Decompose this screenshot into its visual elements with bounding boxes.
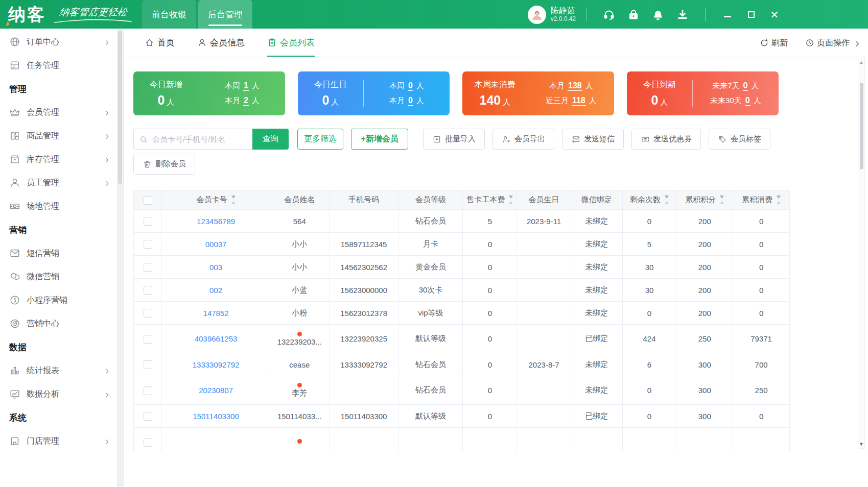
- sidebar-item[interactable]: 员工管理: [0, 171, 118, 194]
- member-card-no-link[interactable]: 4039661253: [195, 334, 237, 343]
- column-header-spent: 累积消费: [733, 190, 790, 210]
- stat-line[interactable]: 本周0人: [389, 79, 424, 93]
- row-checkbox[interactable]: [144, 309, 152, 318]
- stat-line[interactable]: 本月2人: [225, 93, 260, 108]
- stat-line[interactable]: 未来7天0人: [712, 79, 759, 93]
- support-icon[interactable]: [603, 9, 615, 21]
- 发送优惠券-button[interactable]: 发送优惠券: [631, 129, 701, 150]
- user-icon: [197, 38, 207, 47]
- row-checkbox[interactable]: [144, 240, 152, 249]
- sidebar-item[interactable]: 营销中心: [0, 312, 118, 335]
- import-icon: [432, 135, 441, 144]
- sidebar-item[interactable]: 任务管理: [0, 54, 118, 77]
- row-checkbox[interactable]: [144, 217, 152, 226]
- 删除会员-button[interactable]: 删除会员: [133, 154, 195, 175]
- add-member-button[interactable]: +新增会员: [351, 129, 408, 150]
- avatar[interactable]: [528, 6, 546, 24]
- divider: [586, 8, 587, 21]
- wechat-icon: [9, 271, 20, 282]
- sort-arrows[interactable]: [777, 196, 781, 204]
- sidebar-item[interactable]: 短信营销: [0, 241, 118, 265]
- sidebar-item[interactable]: 小程序营销: [0, 288, 118, 312]
- scroll-up-arrow[interactable]: ▲: [858, 60, 864, 65]
- search-input[interactable]: [134, 129, 252, 149]
- close-button[interactable]: ✕: [769, 10, 780, 20]
- stat-value: 140人: [479, 93, 510, 108]
- refresh-button[interactable]: 刷新: [760, 38, 788, 48]
- cell-fee: 0: [463, 376, 517, 405]
- more-filter-button[interactable]: 更多筛选: [297, 129, 343, 150]
- member-card-no-link[interactable]: 20230807: [199, 386, 233, 395]
- 会员标签-button[interactable]: 会员标签: [709, 129, 770, 150]
- cell-points: 200: [676, 210, 733, 233]
- nav-tab-admin[interactable]: 后台管理: [198, 0, 252, 29]
- content-scrollbar[interactable]: ▲ ▼: [858, 58, 865, 449]
- stat-line[interactable]: 近三月118人: [546, 93, 597, 108]
- trash-icon: [143, 160, 152, 169]
- nav-tab-cashier[interactable]: 前台收银: [142, 0, 196, 29]
- sidebar-item[interactable]: 微信营销: [0, 265, 118, 288]
- member-card-no-link[interactable]: 147852: [203, 309, 229, 318]
- row-checkbox[interactable]: [144, 360, 152, 369]
- minimize-button[interactable]: [722, 10, 733, 20]
- sidebar-item[interactable]: 会员管理: [0, 101, 118, 124]
- maximize-button[interactable]: [746, 10, 756, 20]
- cell-birthday: [517, 325, 571, 353]
- row-checkbox[interactable]: [144, 438, 152, 447]
- page-ops-button[interactable]: 页面操作: [805, 38, 861, 48]
- sidebar-item[interactable]: 场地管理: [0, 194, 118, 218]
- stat-line[interactable]: 本周1人: [225, 79, 260, 93]
- content-scrollbar-thumb[interactable]: [860, 83, 863, 169]
- sidebar-item[interactable]: 统计报表: [0, 359, 118, 382]
- sort-arrows[interactable]: [720, 196, 724, 204]
- sidebar-item[interactable]: 库存管理: [0, 148, 118, 171]
- query-button[interactable]: 查询: [252, 129, 289, 150]
- row-checkbox[interactable]: [144, 412, 152, 421]
- 会员导出-button[interactable]: 会员导出: [492, 129, 554, 150]
- target-icon: [9, 318, 20, 329]
- page-tab-首页[interactable]: 首页: [145, 29, 175, 57]
- 发送短信-button[interactable]: 发送短信: [562, 129, 624, 150]
- page-tab-会员列表[interactable]: 会员列表: [267, 29, 315, 57]
- cell-birthday: 2023-8-7: [517, 353, 571, 376]
- sidebar-item[interactable]: 门店管理: [0, 429, 118, 453]
- member-card-no-link[interactable]: 123456789: [197, 217, 235, 226]
- 批量导入-button[interactable]: 批量导入: [423, 129, 485, 150]
- cell-times: 0: [622, 376, 676, 405]
- sidebar-item[interactable]: 商品管理: [0, 124, 118, 148]
- sidebar-scrollbar-thumb[interactable]: [118, 31, 122, 184]
- member-card-no-link[interactable]: 00037: [205, 240, 227, 249]
- row-checkbox[interactable]: [144, 286, 152, 295]
- cell-spent: 0: [733, 210, 790, 233]
- sort-arrows[interactable]: [509, 196, 513, 204]
- table-header-row: 会员卡号会员姓名手机号码会员等级售卡工本费会员生日微信绑定剩余次数累积积分累积消…: [134, 190, 790, 210]
- row-checkbox[interactable]: [144, 386, 152, 395]
- sort-arrows[interactable]: [231, 196, 236, 204]
- bell-icon[interactable]: [652, 9, 664, 21]
- scroll-down-arrow[interactable]: ▼: [858, 442, 864, 447]
- stat-line[interactable]: 本月138人: [549, 79, 593, 93]
- column-header-card_no: 会员卡号: [162, 190, 270, 210]
- cell-name: 小蓝: [270, 279, 329, 302]
- stat-line[interactable]: 本月0人: [389, 93, 424, 108]
- row-checkbox[interactable]: [144, 335, 152, 344]
- member-card-no-link[interactable]: 003: [209, 263, 222, 272]
- sort-arrows[interactable]: [665, 196, 669, 204]
- stat-line[interactable]: 未来30天0人: [710, 93, 761, 108]
- lock-icon[interactable]: [627, 9, 640, 21]
- member-card-no-link[interactable]: 13333092792: [193, 360, 240, 369]
- sidebar-item[interactable]: 数据分析: [0, 382, 118, 406]
- cell-times: 0: [622, 302, 676, 325]
- page-tab-会员信息[interactable]: 会员信息: [197, 29, 245, 57]
- sidebar-item[interactable]: 订单中心: [0, 30, 118, 54]
- member-card-no-link[interactable]: 002: [209, 286, 222, 295]
- cell-name: 564: [270, 210, 329, 233]
- sidebar-scrollbar[interactable]: [117, 29, 123, 487]
- content: 今日新增 0人 本周1人本月2人 今日生日 0人 本周0人本月0人 本周未消费 …: [124, 57, 868, 451]
- stat-card: 本周未消费 140人 本月138人近三月118人: [462, 71, 614, 115]
- table-row: 13333092792 cease 13333092792 钻石会员 0 202…: [134, 353, 790, 376]
- row-checkbox[interactable]: [144, 263, 152, 272]
- download-icon[interactable]: [676, 9, 689, 21]
- select-all-checkbox[interactable]: [144, 196, 152, 205]
- member-card-no-link[interactable]: 15011403300: [193, 412, 239, 421]
